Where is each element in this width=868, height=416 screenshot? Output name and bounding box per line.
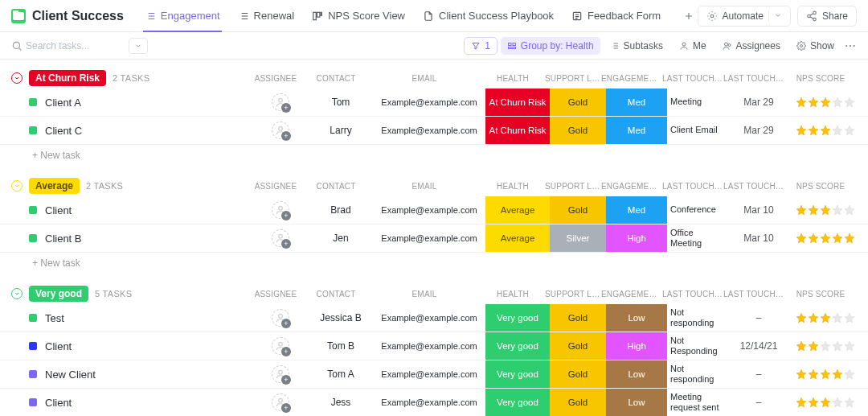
view-tab-nps-score-view[interactable]: NPS Score View [304, 0, 413, 32]
add-view-button[interactable]: View [675, 0, 697, 32]
touchpoint-date-cell[interactable]: – [728, 304, 789, 332]
assign-avatar-button[interactable] [272, 201, 289, 219]
nps-stars[interactable] [796, 97, 855, 108]
status-indicator[interactable] [29, 370, 37, 378]
task-name-cell[interactable]: Client [11, 389, 252, 416]
touchpoint-type-cell[interactable]: Not responding [667, 304, 728, 332]
nps-stars[interactable] [796, 340, 855, 352]
nps-cell[interactable] [789, 196, 862, 224]
nps-stars[interactable] [796, 312, 855, 323]
email-cell[interactable]: Example@example.com [373, 389, 485, 416]
engagement-cell[interactable]: Low [606, 360, 667, 388]
touchpoint-date-cell[interactable]: Mar 10 [728, 224, 789, 252]
contact-cell[interactable]: Jess [309, 389, 373, 416]
contact-cell[interactable]: Tom B [309, 332, 373, 360]
email-cell[interactable]: Example@example.com [373, 89, 485, 116]
task-name-cell[interactable]: Client A [11, 89, 252, 116]
email-cell[interactable]: Example@example.com [373, 332, 485, 360]
search-input[interactable] [26, 40, 122, 51]
assign-avatar-button[interactable] [272, 229, 289, 247]
health-cell[interactable]: Average [485, 224, 550, 252]
assignee-cell[interactable] [252, 304, 309, 332]
show-chip[interactable]: Show [790, 37, 841, 55]
automate-chevron[interactable] [768, 10, 782, 22]
task-row[interactable]: ClientBradExample@example.comAverageGold… [0, 196, 868, 224]
email-cell[interactable]: Example@example.com [373, 196, 485, 224]
assign-avatar-button[interactable] [272, 365, 289, 383]
engagement-cell[interactable]: Med [606, 196, 667, 224]
more-menu-button[interactable] [844, 39, 857, 52]
new-task-button[interactable]: + New task [0, 145, 868, 169]
task-name-cell[interactable]: Client [11, 196, 252, 224]
touchpoint-date-cell[interactable]: Mar 10 [728, 196, 789, 224]
touchpoint-type-cell[interactable]: Not Responding [667, 332, 728, 360]
health-cell[interactable]: At Churn Risk [485, 89, 550, 116]
task-name-cell[interactable]: Client B [11, 224, 252, 252]
status-indicator[interactable] [29, 234, 37, 242]
touchpoint-type-cell[interactable]: Meeting [667, 89, 728, 116]
nps-stars[interactable] [796, 125, 855, 136]
view-tab-engagement[interactable]: Engagement [137, 0, 228, 32]
support-cell[interactable]: Gold [550, 89, 606, 116]
status-indicator[interactable] [29, 98, 37, 106]
task-name-cell[interactable]: Client [11, 332, 252, 360]
task-name-cell[interactable]: Client C [11, 117, 252, 144]
group-collapse-toggle[interactable] [11, 288, 23, 299]
email-cell[interactable]: Example@example.com [373, 304, 485, 332]
engagement-cell[interactable]: Low [606, 304, 667, 332]
assignee-cell[interactable] [252, 196, 309, 224]
task-row[interactable]: Client ATomExample@example.comAt Churn R… [0, 89, 868, 117]
task-row[interactable]: TestJessica BExample@example.comVery goo… [0, 304, 868, 332]
health-cell[interactable]: Very good [485, 304, 550, 332]
email-cell[interactable]: Example@example.com [373, 117, 485, 144]
touchpoint-type-cell[interactable]: Office Meeting [667, 224, 728, 252]
assignee-cell[interactable] [252, 360, 309, 388]
email-cell[interactable]: Example@example.com [373, 224, 485, 252]
nps-stars[interactable] [796, 397, 855, 408]
status-indicator[interactable] [29, 126, 37, 134]
filter-count-chip[interactable]: 1 [464, 37, 497, 55]
assign-avatar-button[interactable] [272, 309, 289, 327]
assignee-cell[interactable] [252, 89, 309, 116]
email-cell[interactable]: Example@example.com [373, 360, 485, 388]
group-name-pill[interactable]: Average [29, 178, 80, 194]
touchpoint-date-cell[interactable]: – [728, 360, 789, 388]
status-indicator[interactable] [29, 206, 37, 214]
touchpoint-date-cell[interactable]: Mar 29 [728, 117, 789, 144]
task-row[interactable]: ClientTom BExample@example.comVery goodG… [0, 332, 868, 360]
support-cell[interactable]: Silver [550, 224, 606, 252]
assign-avatar-button[interactable] [272, 122, 289, 139]
support-cell[interactable]: Gold [550, 389, 606, 416]
assignee-cell[interactable] [252, 117, 309, 144]
contact-cell[interactable]: Brad [309, 196, 373, 224]
assignee-cell[interactable] [252, 224, 309, 252]
task-row[interactable]: Client CLarryExample@example.comAt Churn… [0, 117, 868, 145]
health-cell[interactable]: At Churn Risk [485, 117, 550, 144]
engagement-cell[interactable]: Med [606, 117, 667, 144]
engagement-cell[interactable]: High [606, 332, 667, 360]
nps-cell[interactable] [789, 117, 862, 144]
support-cell[interactable]: Gold [550, 304, 606, 332]
engagement-cell[interactable]: High [606, 224, 667, 252]
support-cell[interactable]: Gold [550, 196, 606, 224]
automate-button[interactable]: Automate [698, 6, 791, 27]
touchpoint-type-cell[interactable]: Client Email [667, 117, 728, 144]
contact-cell[interactable]: Tom [309, 89, 373, 116]
task-name-cell[interactable]: New Client [11, 360, 252, 388]
nps-cell[interactable] [789, 89, 862, 116]
assignees-chip[interactable]: Assignees [716, 37, 787, 55]
view-tab-feedback-form[interactable]: Feedback Form [563, 0, 669, 32]
nps-cell[interactable] [789, 332, 862, 360]
contact-cell[interactable]: Tom A [309, 360, 373, 388]
support-cell[interactable]: Gold [550, 360, 606, 388]
task-name-cell[interactable]: Test [11, 304, 252, 332]
view-tab-client-success-playbook[interactable]: Client Success Playbook [415, 0, 562, 32]
task-row[interactable]: Client BJenExample@example.comAverageSil… [0, 224, 868, 253]
nps-cell[interactable] [789, 389, 862, 416]
health-cell[interactable]: Average [485, 196, 550, 224]
nps-stars[interactable] [796, 233, 855, 244]
contact-cell[interactable]: Jen [309, 224, 373, 252]
contact-cell[interactable]: Larry [309, 117, 373, 144]
status-indicator[interactable] [29, 314, 37, 322]
health-cell[interactable]: Very good [485, 332, 550, 360]
